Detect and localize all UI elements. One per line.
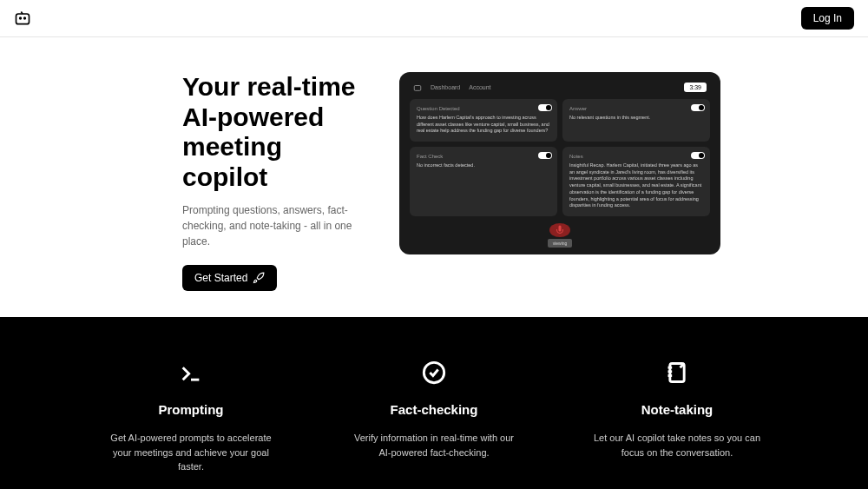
screenshot-card: Question Detected How does Harlem Capita…	[410, 99, 557, 142]
hero-content: Your real-time AI-powered meeting copilo…	[182, 72, 365, 291]
svg-point-2	[24, 17, 26, 19]
features-section: Prompting Get AI-powered prompts to acce…	[0, 317, 868, 489]
terminal-icon	[179, 360, 203, 385]
screenshot-footer: viewing	[548, 239, 573, 248]
get-started-label: Get Started	[194, 272, 247, 284]
screenshot-card: Fact Check No incorrect facts detected.	[410, 147, 557, 216]
notepad-icon	[665, 360, 689, 385]
card-title: Answer	[569, 106, 703, 111]
page-header: Log In	[0, 0, 868, 37]
logo-small-icon	[413, 83, 422, 92]
toggle-icon	[538, 104, 552, 111]
screenshot-tab: Dashboard	[431, 84, 460, 90]
feature-title: Fact-checking	[347, 402, 521, 417]
card-text: Insightful Recap. Harlem Capital, initia…	[569, 162, 703, 209]
svg-rect-3	[414, 85, 421, 90]
screenshot-header: Dashboard Account 3:39	[406, 79, 713, 96]
check-circle-icon	[422, 360, 446, 385]
hero-title: Your real-time AI-powered meeting copilo…	[182, 72, 365, 192]
svg-point-1	[20, 17, 22, 19]
feature-title: Prompting	[104, 402, 278, 417]
card-text: No relevant questions in this segment.	[569, 115, 703, 122]
feature-desc: Let our AI copilot take notes so you can…	[590, 431, 764, 459]
screenshot-timer: 3:39	[684, 83, 707, 92]
screenshot-cards: Question Detected How does Harlem Capita…	[406, 96, 713, 220]
rocket-icon	[253, 272, 265, 284]
hero-subtitle: Prompting questions, answers, fact-check…	[182, 202, 365, 249]
feature-title: Note-taking	[590, 402, 764, 417]
feature-item: Prompting Get AI-powered prompts to acce…	[104, 360, 278, 474]
feature-desc: Verify information in real-time with our…	[347, 431, 521, 459]
card-title: Notes	[569, 154, 703, 159]
card-title: Question Detected	[417, 106, 550, 111]
feature-item: Fact-checking Verify information in real…	[347, 360, 521, 474]
mic-button	[549, 223, 570, 237]
hero-section: Your real-time AI-powered meeting copilo…	[0, 37, 868, 317]
screenshot-tab: Account	[469, 84, 490, 90]
get-started-button[interactable]: Get Started	[182, 265, 277, 291]
card-text: How does Harlem Capital's approach to in…	[417, 115, 550, 135]
toggle-icon	[691, 104, 705, 111]
screenshot-card: Answer No relevant questions in this seg…	[562, 99, 710, 142]
mic-icon	[555, 225, 565, 235]
feature-item: Note-taking Let our AI copilot take note…	[590, 360, 764, 474]
logo-icon[interactable]	[14, 10, 31, 27]
toggle-icon	[691, 152, 705, 159]
product-screenshot: Dashboard Account 3:39 Question Detected…	[399, 72, 720, 254]
toggle-icon	[538, 152, 552, 159]
card-title: Fact Check	[417, 154, 550, 159]
card-text: No incorrect facts detected.	[417, 162, 550, 169]
login-button[interactable]: Log In	[801, 7, 854, 30]
screenshot-card: Notes Insightful Recap. Harlem Capital, …	[562, 147, 710, 216]
screenshot-tabs: Dashboard Account	[431, 84, 491, 90]
feature-desc: Get AI-powered prompts to accelerate you…	[104, 431, 278, 474]
svg-rect-0	[16, 14, 30, 24]
